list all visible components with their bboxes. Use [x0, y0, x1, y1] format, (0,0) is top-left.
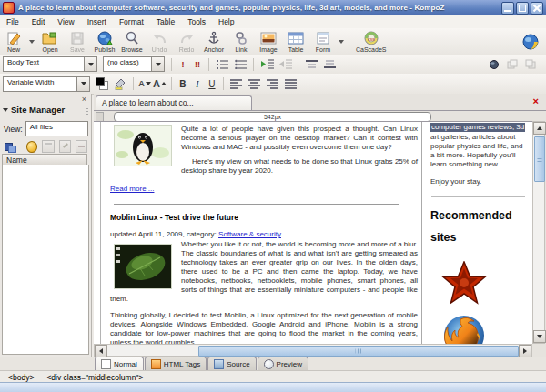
tab-source[interactable]: Source: [207, 357, 256, 370]
article1-read-more-link[interactable]: Read more ...: [110, 185, 154, 193]
css-class-select[interactable]: (no class): [103, 56, 165, 72]
tab-html-tags[interactable]: HTML Tags: [145, 357, 207, 370]
outdent-button[interactable]: [277, 57, 293, 72]
horizontal-scrollbar[interactable]: [94, 344, 532, 357]
text-color-picker[interactable]: [96, 77, 108, 90]
send-backward-button[interactable]: [522, 57, 539, 72]
decrease-font-button[interactable]: A: [138, 76, 151, 91]
scroll-down-button[interactable]: [533, 330, 546, 343]
red-star-site-logo[interactable]: [441, 261, 487, 305]
save-floppy-icon: [70, 31, 85, 45]
align-top-button[interactable]: [303, 57, 319, 72]
open-button[interactable]: Open: [36, 30, 64, 54]
horizontal-scroll-thumb[interactable]: [198, 346, 519, 357]
paragraph-format-select[interactable]: Body Text: [3, 56, 97, 72]
absolute-position-button[interactable]: [486, 57, 502, 72]
underline-button[interactable]: U: [206, 76, 218, 91]
tux-penguin-image[interactable]: [114, 125, 172, 166]
form-button[interactable]: Form: [309, 30, 337, 54]
menu-insert[interactable]: Insert: [81, 17, 113, 26]
undo-button[interactable]: Undo: [146, 30, 173, 54]
font-select[interactable]: Variable Width: [3, 76, 90, 92]
rightcol-paragraph2[interactable]: Enjoy your stay.: [430, 177, 526, 186]
site-file-list[interactable]: [2, 165, 89, 355]
dropdown-arrow-icon: [76, 77, 89, 91]
recommended-sites-heading[interactable]: Recommended sites: [430, 205, 526, 248]
undo-arrow-icon: [152, 31, 167, 45]
new-dropdown-caret[interactable]: [29, 40, 35, 44]
tab-preview[interactable]: Preview: [258, 357, 308, 370]
menu-format[interactable]: Format: [113, 17, 150, 26]
menu-tools[interactable]: Tools: [181, 17, 212, 26]
article2-paragraph2[interactable]: Thinking globally, I decided to test Mob…: [110, 311, 418, 345]
form-dropdown-caret[interactable]: [339, 40, 344, 44]
browse-button[interactable]: Browse: [118, 30, 146, 54]
maximize-button[interactable]: [516, 2, 529, 15]
increase-font-button[interactable]: A: [153, 76, 167, 91]
refresh-button[interactable]: [42, 140, 54, 153]
status-div-tag[interactable]: <div class="middlecolumn">: [46, 373, 143, 382]
menu-edit[interactable]: Edit: [25, 17, 52, 26]
ruler-row: 542px: [94, 111, 546, 121]
numbered-list-button[interactable]: [214, 57, 230, 72]
open-site-button[interactable]: [26, 141, 37, 153]
minimize-button[interactable]: [501, 2, 514, 15]
align-bottom-button[interactable]: [321, 57, 338, 72]
tab-normal[interactable]: Normal: [95, 357, 144, 370]
leaf-photo-image[interactable]: [114, 244, 172, 289]
scroll-right-button[interactable]: [519, 345, 531, 357]
cascades-button[interactable]: css CaScadeS: [353, 30, 389, 54]
browser-globe-icon[interactable]: [522, 34, 539, 50]
italic-button[interactable]: I: [191, 76, 204, 91]
title-bar[interactable]: A place to learn about computer software…: [0, 0, 546, 15]
rightcol-paragraph1[interactable]: art galleries, articles about popular ph…: [430, 133, 526, 169]
site-manager-header[interactable]: Site Manager: [3, 105, 88, 115]
bullet-list-button[interactable]: [232, 57, 248, 72]
bring-forward-button[interactable]: [504, 57, 521, 72]
anchor-icon: [207, 31, 221, 45]
panel-close-icon[interactable]: ×: [82, 95, 86, 104]
save-button[interactable]: Save: [64, 30, 91, 54]
image-button[interactable]: Image: [255, 30, 282, 54]
numbered-list-icon: [217, 59, 228, 69]
redo-button[interactable]: Redo: [173, 30, 200, 54]
table-button[interactable]: Table: [282, 30, 309, 54]
new-button[interactable]: New: [0, 30, 27, 54]
category-link[interactable]: Software & security: [218, 230, 281, 238]
article2-heading[interactable]: Moblin Linux - Test drive the future: [110, 213, 420, 222]
highlight-color-button[interactable]: [112, 76, 128, 91]
menu-bar: File Edit View Insert Format Table Tools…: [0, 15, 546, 29]
scroll-up-button[interactable]: [533, 122, 546, 135]
publish-button[interactable]: Publish: [91, 30, 118, 54]
menu-help[interactable]: Help: [212, 17, 240, 26]
status-body-tag[interactable]: <body>: [8, 373, 34, 382]
vertical-scrollbar[interactable]: [532, 121, 545, 344]
document-tab[interactable]: A place to learn about co...: [96, 95, 252, 110]
align-right-button[interactable]: [265, 76, 281, 91]
selected-text-line[interactable]: computer games reviews, 3d: [430, 123, 525, 132]
align-center-button[interactable]: [247, 76, 263, 91]
close-button[interactable]: [531, 2, 543, 15]
anchor-button[interactable]: Anchor: [200, 30, 228, 54]
scroll-left-button[interactable]: [95, 345, 107, 357]
align-justify-button[interactable]: [283, 76, 299, 91]
firefox-site-logo[interactable]: [438, 308, 490, 345]
bold-button[interactable]: B: [177, 76, 189, 91]
link-button[interactable]: Link: [228, 30, 255, 54]
align-left-button[interactable]: [228, 76, 245, 91]
menu-file[interactable]: File: [0, 17, 25, 26]
edit-sites-button[interactable]: [5, 141, 15, 152]
indent-button[interactable]: [258, 57, 275, 72]
emphasis-button[interactable]: !: [177, 57, 189, 72]
view-filter-select[interactable]: All files: [25, 121, 88, 136]
document-viewport[interactable]: Quite a lot of people have given this pr…: [94, 121, 532, 345]
vertical-scroll-thumb[interactable]: [534, 136, 545, 182]
rename-button[interactable]: [59, 140, 71, 153]
tab-close-icon[interactable]: ×: [533, 96, 539, 106]
remove-button[interactable]: [76, 140, 87, 153]
strong-emphasis-button[interactable]: !!: [191, 57, 204, 72]
menu-view[interactable]: View: [51, 17, 80, 26]
menu-table[interactable]: Table: [150, 17, 181, 26]
layer-sphere-icon: [489, 59, 500, 70]
editor-area: A place to learn about co... × 542px: [94, 94, 546, 357]
